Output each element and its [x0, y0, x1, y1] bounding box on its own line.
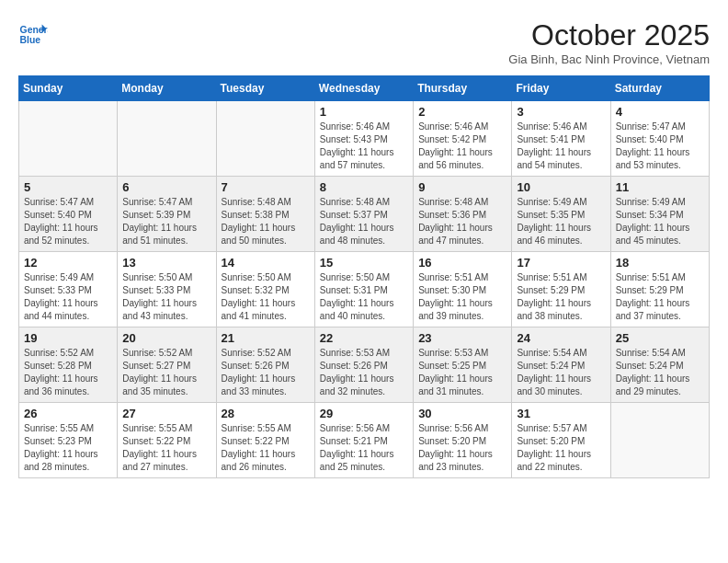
- calendar-cell: 11Sunrise: 5:49 AMSunset: 5:34 PMDayligh…: [610, 177, 709, 252]
- day-info: Sunrise: 5:49 AMSunset: 5:34 PMDaylight:…: [616, 196, 704, 247]
- day-number: 25: [616, 331, 704, 345]
- calendar-cell: 28Sunrise: 5:55 AMSunset: 5:22 PMDayligh…: [216, 403, 314, 478]
- calendar-week-2: 5Sunrise: 5:47 AMSunset: 5:40 PMDaylight…: [19, 177, 710, 252]
- svg-text:Blue: Blue: [20, 35, 41, 45]
- day-number: 13: [122, 256, 210, 270]
- logo-icon: General Blue: [18, 18, 48, 48]
- calendar-week-4: 19Sunrise: 5:52 AMSunset: 5:28 PMDayligh…: [19, 327, 710, 403]
- calendar-cell: 26Sunrise: 5:55 AMSunset: 5:23 PMDayligh…: [19, 403, 118, 478]
- calendar-cell: 19Sunrise: 5:52 AMSunset: 5:28 PMDayligh…: [19, 327, 118, 403]
- day-number: 29: [320, 407, 408, 420]
- day-info: Sunrise: 5:51 AMSunset: 5:29 PMDaylight:…: [517, 271, 605, 323]
- day-number: 15: [320, 256, 408, 270]
- weekday-header-tuesday: Tuesday: [216, 76, 314, 101]
- day-info: Sunrise: 5:52 AMSunset: 5:27 PMDaylight:…: [122, 347, 210, 398]
- calendar-cell: 23Sunrise: 5:53 AMSunset: 5:25 PMDayligh…: [414, 327, 512, 403]
- calendar-cell: 2Sunrise: 5:46 AMSunset: 5:42 PMDaylight…: [414, 101, 512, 177]
- calendar-cell: 31Sunrise: 5:57 AMSunset: 5:20 PMDayligh…: [512, 403, 610, 478]
- day-info: Sunrise: 5:47 AMSunset: 5:40 PMDaylight:…: [24, 196, 112, 247]
- weekday-header-row: SundayMondayTuesdayWednesdayThursdayFrid…: [19, 76, 710, 101]
- day-number: 12: [24, 256, 112, 270]
- page-header: General Blue October 2025 Gia Binh, Bac …: [18, 18, 710, 66]
- day-number: 1: [320, 105, 408, 119]
- day-info: Sunrise: 5:50 AMSunset: 5:32 PMDaylight:…: [222, 271, 310, 323]
- day-number: 30: [418, 407, 506, 420]
- day-number: 17: [517, 256, 605, 270]
- day-number: 2: [418, 105, 506, 119]
- day-info: Sunrise: 5:49 AMSunset: 5:35 PMDaylight:…: [517, 196, 605, 247]
- day-info: Sunrise: 5:52 AMSunset: 5:28 PMDaylight:…: [24, 347, 112, 398]
- day-info: Sunrise: 5:55 AMSunset: 5:23 PMDaylight:…: [24, 422, 112, 474]
- location: Gia Binh, Bac Ninh Province, Vietnam: [508, 52, 710, 66]
- calendar-cell: 3Sunrise: 5:46 AMSunset: 5:41 PMDaylight…: [512, 101, 610, 177]
- day-number: 6: [122, 180, 210, 194]
- weekday-header-friday: Friday: [512, 76, 610, 101]
- calendar-cell: 30Sunrise: 5:56 AMSunset: 5:20 PMDayligh…: [414, 403, 512, 478]
- day-info: Sunrise: 5:46 AMSunset: 5:41 PMDaylight:…: [517, 121, 605, 172]
- calendar-cell: [118, 101, 216, 177]
- day-number: 31: [517, 407, 605, 420]
- day-number: 27: [122, 407, 210, 420]
- calendar-week-3: 12Sunrise: 5:49 AMSunset: 5:33 PMDayligh…: [19, 252, 710, 327]
- day-info: Sunrise: 5:49 AMSunset: 5:33 PMDaylight:…: [24, 271, 112, 323]
- day-info: Sunrise: 5:55 AMSunset: 5:22 PMDaylight:…: [222, 422, 310, 474]
- day-info: Sunrise: 5:47 AMSunset: 5:40 PMDaylight:…: [616, 121, 704, 172]
- calendar-cell: [19, 101, 118, 177]
- day-number: 20: [122, 331, 210, 345]
- day-info: Sunrise: 5:57 AMSunset: 5:20 PMDaylight:…: [517, 422, 605, 474]
- day-number: 16: [418, 256, 506, 270]
- day-info: Sunrise: 5:48 AMSunset: 5:37 PMDaylight:…: [320, 196, 408, 247]
- day-info: Sunrise: 5:48 AMSunset: 5:38 PMDaylight:…: [222, 196, 310, 247]
- day-info: Sunrise: 5:54 AMSunset: 5:24 PMDaylight:…: [616, 347, 704, 398]
- day-info: Sunrise: 5:56 AMSunset: 5:21 PMDaylight:…: [320, 422, 408, 474]
- day-info: Sunrise: 5:52 AMSunset: 5:26 PMDaylight:…: [222, 347, 310, 398]
- day-number: 21: [222, 331, 310, 345]
- day-info: Sunrise: 5:47 AMSunset: 5:39 PMDaylight:…: [122, 196, 210, 247]
- calendar-cell: 27Sunrise: 5:55 AMSunset: 5:22 PMDayligh…: [118, 403, 216, 478]
- day-number: 18: [616, 256, 704, 270]
- day-info: Sunrise: 5:46 AMSunset: 5:42 PMDaylight:…: [418, 121, 506, 172]
- calendar-week-5: 26Sunrise: 5:55 AMSunset: 5:23 PMDayligh…: [19, 403, 710, 478]
- day-number: 3: [517, 105, 605, 119]
- month-title: October 2025: [508, 18, 710, 52]
- day-info: Sunrise: 5:51 AMSunset: 5:30 PMDaylight:…: [418, 271, 506, 323]
- logo: General Blue: [18, 18, 48, 48]
- day-number: 4: [616, 105, 704, 119]
- day-number: 9: [418, 180, 506, 194]
- day-number: 5: [24, 180, 112, 194]
- calendar-cell: 22Sunrise: 5:53 AMSunset: 5:26 PMDayligh…: [314, 327, 413, 403]
- day-info: Sunrise: 5:48 AMSunset: 5:36 PMDaylight:…: [418, 196, 506, 247]
- day-info: Sunrise: 5:53 AMSunset: 5:26 PMDaylight:…: [320, 347, 408, 398]
- calendar-cell: 13Sunrise: 5:50 AMSunset: 5:33 PMDayligh…: [118, 252, 216, 327]
- day-info: Sunrise: 5:53 AMSunset: 5:25 PMDaylight:…: [418, 347, 506, 398]
- weekday-header-wednesday: Wednesday: [314, 76, 413, 101]
- day-info: Sunrise: 5:54 AMSunset: 5:24 PMDaylight:…: [517, 347, 605, 398]
- calendar-cell: 7Sunrise: 5:48 AMSunset: 5:38 PMDaylight…: [216, 177, 314, 252]
- calendar-cell: 15Sunrise: 5:50 AMSunset: 5:31 PMDayligh…: [314, 252, 413, 327]
- calendar-week-1: 1Sunrise: 5:46 AMSunset: 5:43 PMDaylight…: [19, 101, 710, 177]
- calendar-cell: 8Sunrise: 5:48 AMSunset: 5:37 PMDaylight…: [314, 177, 413, 252]
- calendar-cell: 20Sunrise: 5:52 AMSunset: 5:27 PMDayligh…: [118, 327, 216, 403]
- day-info: Sunrise: 5:50 AMSunset: 5:31 PMDaylight:…: [320, 271, 408, 323]
- calendar-cell: 9Sunrise: 5:48 AMSunset: 5:36 PMDaylight…: [414, 177, 512, 252]
- day-info: Sunrise: 5:50 AMSunset: 5:33 PMDaylight:…: [122, 271, 210, 323]
- title-block: October 2025 Gia Binh, Bac Ninh Province…: [508, 18, 710, 66]
- day-number: 14: [222, 256, 310, 270]
- calendar-cell: 1Sunrise: 5:46 AMSunset: 5:43 PMDaylight…: [314, 101, 413, 177]
- day-number: 8: [320, 180, 408, 194]
- day-number: 28: [222, 407, 310, 420]
- calendar-cell: 29Sunrise: 5:56 AMSunset: 5:21 PMDayligh…: [314, 403, 413, 478]
- day-number: 23: [418, 331, 506, 345]
- calendar-cell: 10Sunrise: 5:49 AMSunset: 5:35 PMDayligh…: [512, 177, 610, 252]
- calendar-cell: [216, 101, 314, 177]
- calendar-cell: 24Sunrise: 5:54 AMSunset: 5:24 PMDayligh…: [512, 327, 610, 403]
- weekday-header-saturday: Saturday: [610, 76, 709, 101]
- calendar-cell: 16Sunrise: 5:51 AMSunset: 5:30 PMDayligh…: [414, 252, 512, 327]
- day-info: Sunrise: 5:51 AMSunset: 5:29 PMDaylight:…: [616, 271, 704, 323]
- weekday-header-monday: Monday: [118, 76, 216, 101]
- calendar-cell: 14Sunrise: 5:50 AMSunset: 5:32 PMDayligh…: [216, 252, 314, 327]
- day-number: 11: [616, 180, 704, 194]
- calendar-cell: 4Sunrise: 5:47 AMSunset: 5:40 PMDaylight…: [610, 101, 709, 177]
- calendar-cell: 12Sunrise: 5:49 AMSunset: 5:33 PMDayligh…: [19, 252, 118, 327]
- calendar-cell: 21Sunrise: 5:52 AMSunset: 5:26 PMDayligh…: [216, 327, 314, 403]
